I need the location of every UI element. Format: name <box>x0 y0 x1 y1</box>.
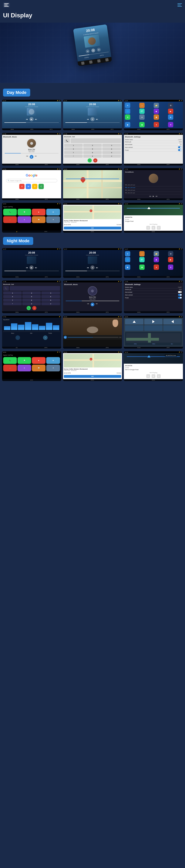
np-prev-btn[interactable]: ⏮ <box>146 226 150 229</box>
night-app-bt[interactable]: BT <box>139 257 144 262</box>
app-browser[interactable]: 🌐 <box>125 108 130 114</box>
night-carplay-phone[interactable]: 📞 <box>3 357 17 364</box>
app-bt[interactable]: BT <box>139 108 144 114</box>
app-11[interactable]: ● <box>154 122 159 127</box>
night-prev-btn-2[interactable]: ⏮ <box>87 267 89 269</box>
music-play-btn[interactable]: ▶ <box>30 155 33 159</box>
night-prev-btn-1[interactable]: ⏮ <box>26 267 28 269</box>
hangup-btn[interactable]: ✕ <box>93 158 98 162</box>
social-track-4[interactable]: 华乐_002_001.mp3 <box>125 192 182 194</box>
key-7[interactable]: 7 <box>64 151 83 154</box>
night-app-9[interactable]: ◆ <box>125 265 130 270</box>
next-track-btn[interactable]: ⏭ <box>35 118 37 120</box>
carplay-messages-app[interactable]: 💬 <box>18 209 31 216</box>
night-key-6[interactable]: 6 <box>41 295 60 298</box>
eq-vol-up[interactable]: + <box>43 335 48 340</box>
play-btn-2[interactable]: ⏸ <box>90 117 95 121</box>
night-app-music[interactable]: ♪ <box>139 251 144 256</box>
app-7[interactable]: ◉ <box>154 115 159 120</box>
night-np-next-btn[interactable]: ⏭ <box>157 374 161 378</box>
night-app-10[interactable]: ◉ <box>139 265 144 270</box>
night-music-next-btn[interactable]: ⏭ <box>96 303 98 306</box>
menu-button[interactable] <box>3 2 10 8</box>
night-key-3[interactable]: 3 <box>41 291 60 294</box>
night-music-play-btn[interactable]: ▶ <box>90 303 95 306</box>
google-search-bar[interactable]: 🔍 Search or type URL <box>6 179 57 182</box>
carplay-podcast-app[interactable]: 🎙 <box>18 216 31 223</box>
night-carplay-settings[interactable]: ⚙ <box>46 365 60 371</box>
night-next-btn-1[interactable]: ⏭ <box>35 267 37 269</box>
key-5[interactable]: 5 <box>83 148 102 150</box>
play-pause-button[interactable]: ⏸ <box>91 48 96 53</box>
auto-answer-toggle[interactable] <box>178 144 182 145</box>
social-track-3[interactable]: 华乐_008_HAT.mp3 <box>125 189 182 192</box>
night-next-btn-2[interactable]: ⏭ <box>96 267 98 269</box>
play-pause-btn[interactable]: ▶ <box>29 117 34 121</box>
key-0[interactable]: 0 <box>83 155 102 158</box>
social-play-btn[interactable]: ▶ <box>153 195 154 197</box>
night-carplay-podcast[interactable]: 🎙 <box>18 365 31 371</box>
night-key-4[interactable]: 4 <box>3 295 22 298</box>
night-app-12[interactable]: ★ <box>168 265 173 270</box>
food-play-btn[interactable]: ▶ <box>64 336 67 339</box>
np-play-btn[interactable]: ▶ <box>152 226 155 229</box>
night-app-youtube[interactable]: ▶ <box>168 257 173 262</box>
night-go-button[interactable]: GO <box>64 375 122 378</box>
night-carplay-audiobook[interactable]: 📖 <box>32 365 46 371</box>
night-hangup-btn[interactable]: ✕ <box>32 306 36 310</box>
key-star[interactable]: * <box>64 155 83 158</box>
night-key-star[interactable]: * <box>3 302 22 305</box>
nav-lines-icon[interactable] <box>178 3 182 7</box>
key-6[interactable]: 6 <box>102 148 121 150</box>
call-history-btn[interactable]: 📞 <box>64 138 70 143</box>
carplay-youtube-app[interactable]: ▶ <box>32 209 46 216</box>
night-carplay-music[interactable]: ♪ <box>3 365 17 371</box>
turn-dir-2[interactable] <box>144 319 163 324</box>
key-3[interactable]: 3 <box>102 144 121 147</box>
night-app-files[interactable]: 📁 <box>154 251 159 256</box>
carplay-settings-app[interactable]: ⚙ <box>46 216 60 223</box>
social-prev-btn[interactable]: ⏮ <box>149 195 151 197</box>
app-youtube[interactable]: ▶ <box>168 108 173 114</box>
app-settings[interactable]: ⚙ <box>168 103 173 108</box>
power-toggle[interactable] <box>178 149 182 151</box>
social-track-2-active[interactable]: 华乐_007_HAT.mp3 <box>125 186 182 189</box>
app-8[interactable]: ◈ <box>168 115 173 120</box>
np-next-btn[interactable]: ⏭ <box>157 226 161 229</box>
night-app-telegram[interactable]: ✈ <box>125 251 130 256</box>
app-4[interactable]: ◆ <box>154 108 159 114</box>
night-key-5[interactable]: 5 <box>22 295 41 298</box>
app-9[interactable]: ◆ <box>125 122 130 127</box>
night-carplay-messages[interactable]: 💬 <box>18 357 31 364</box>
auto-connect-toggle[interactable] <box>178 146 182 148</box>
app-telegram[interactable]: ✈ <box>125 103 130 108</box>
night-carplay-youtube[interactable]: ▶ <box>32 357 46 364</box>
night-auto-connect-toggle[interactable] <box>178 294 182 296</box>
night-key-8[interactable]: 8 <box>22 299 41 302</box>
drive-icon[interactable]: D <box>32 184 37 189</box>
eq-vol-down[interactable]: - <box>16 335 20 340</box>
app-music[interactable]: ♪ <box>139 103 144 108</box>
night-power-toggle[interactable] <box>178 297 182 299</box>
eq-bass[interactable]: Bass <box>11 333 14 334</box>
key-4[interactable]: 4 <box>64 148 83 150</box>
night-app-4[interactable]: ◆ <box>154 257 159 262</box>
night-call-history-btn[interactable]: 📞 <box>3 286 9 291</box>
dial-btn[interactable]: 📞 <box>87 158 92 162</box>
prev-btn-2[interactable]: ⏮ <box>87 118 89 120</box>
night-app-browser[interactable]: 🌐 <box>125 257 130 262</box>
app-files[interactable]: 📁 <box>154 103 159 108</box>
calendar-icon[interactable]: C <box>38 184 44 189</box>
prev-button[interactable]: ⏮ <box>85 49 90 54</box>
turn-dir-6[interactable] <box>163 325 182 331</box>
turn-dir-4[interactable] <box>125 325 143 331</box>
night-key-0[interactable]: 0 <box>22 302 41 305</box>
go-button[interactable]: GO <box>64 227 122 229</box>
key-hash[interactable]: # <box>102 155 121 158</box>
night-play-btn-1[interactable]: ▶ <box>29 266 34 270</box>
turn-dir-1[interactable] <box>125 319 143 324</box>
night-dial-btn[interactable]: 📞 <box>27 306 31 310</box>
app-10[interactable]: ◉ <box>139 122 144 127</box>
key-9[interactable]: 9 <box>102 151 121 154</box>
turn-dir-5[interactable] <box>144 325 163 331</box>
